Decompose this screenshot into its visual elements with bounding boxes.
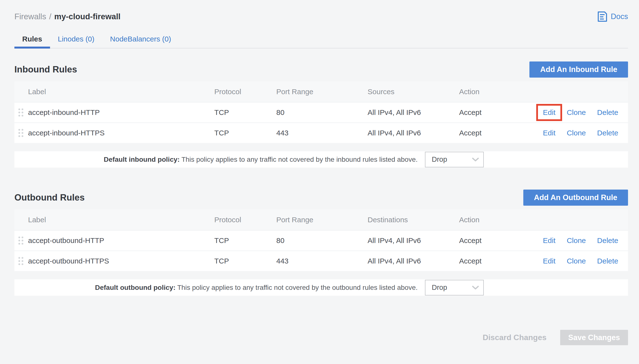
rule-sources: All IPv4, All IPv6 [368,129,459,137]
selected-policy-value: Drop [432,284,447,292]
rule-action: Accept [459,257,527,265]
outbound-table-header: Label Protocol Port Range Destinations A… [15,209,628,230]
inbound-rules-heading: Inbound Rules [15,64,77,75]
edit-link[interactable]: Edit [543,257,555,265]
breadcrumb: Firewalls / my-cloud-firewall [15,12,121,21]
column-header-label: Label [28,216,214,224]
outbound-section-header: Outbound Rules Add An Outbound Rule [15,190,628,206]
add-inbound-rule-button[interactable]: Add An Inbound Rule [529,62,628,78]
clone-link[interactable]: Clone [567,257,586,265]
delete-link[interactable]: Delete [597,236,618,245]
save-changes-button[interactable]: Save Changes [560,330,628,345]
rule-destinations: All IPv4, All IPv6 [368,236,459,245]
default-outbound-policy-text: Default outbound policy: This policy app… [15,284,418,292]
rule-port-range: 80 [276,108,368,116]
rule-port-range: 443 [276,129,368,137]
table-row: accept-inbound-HTTP TCP 80 All IPv4, All… [15,102,628,122]
clone-link[interactable]: Clone [567,236,586,245]
table-row: accept-inbound-HTTPS TCP 443 All IPv4, A… [15,122,628,143]
inbound-section-header: Inbound Rules Add An Inbound Rule [15,62,628,78]
drag-handle-icon[interactable] [18,256,28,266]
rule-label: accept-inbound-HTTP [28,108,214,116]
delete-link[interactable]: Delete [597,108,618,116]
column-header-label: Label [28,88,214,96]
breadcrumb-firewalls-link[interactable]: Firewalls [15,12,46,21]
outbound-rules-heading: Outbound Rules [15,192,85,203]
docs-link-label: Docs [611,12,628,21]
breadcrumb-separator: / [49,12,51,21]
footer-actions: Discard Changes Save Changes [15,330,628,345]
delete-link[interactable]: Delete [597,257,618,265]
drag-handle-icon[interactable] [18,128,28,138]
discard-changes-button[interactable]: Discard Changes [483,333,546,342]
delete-link[interactable]: Delete [597,129,618,137]
outbound-rules-table: Label Protocol Port Range Destinations A… [15,209,628,271]
column-header-sources: Sources [368,88,459,96]
default-outbound-policy-select[interactable]: Drop [425,280,484,296]
rule-action: Accept [459,236,527,245]
clone-link[interactable]: Clone [567,129,586,137]
page-header: Firewalls / my-cloud-firewall Docs [15,11,628,22]
highlighted-edit-wrapper: Edit [543,108,555,116]
clone-link[interactable]: Clone [567,108,586,116]
column-header-port-range: Port Range [276,88,368,96]
rule-protocol: TCP [214,236,276,245]
drag-handle-icon[interactable] [18,108,28,117]
rule-action: Accept [459,129,527,137]
rule-label: accept-outbound-HTTP [28,236,214,245]
tab-rules[interactable]: Rules [15,31,50,48]
rule-protocol: TCP [214,108,276,116]
rule-label: accept-inbound-HTTPS [28,129,214,137]
rule-sources: All IPv4, All IPv6 [368,108,459,116]
table-row: accept-outbound-HTTPS TCP 443 All IPv4, … [15,250,628,271]
column-header-port-range: Port Range [276,216,368,224]
page-title: my-cloud-firewall [54,12,120,21]
rule-action: Accept [459,108,527,116]
add-outbound-rule-button[interactable]: Add An Outbound Rule [523,190,628,206]
rule-label: accept-outbound-HTTPS [28,257,214,265]
column-header-action: Action [459,216,527,224]
edit-link[interactable]: Edit [543,129,555,137]
selected-policy-value: Drop [432,156,447,164]
column-header-protocol: Protocol [214,88,276,96]
rule-port-range: 443 [276,257,368,265]
inbound-table-header: Label Protocol Port Range Sources Action [15,81,628,102]
drag-handle-icon[interactable] [18,236,28,246]
default-inbound-policy-text: Default inbound policy: This policy appl… [15,156,418,164]
rule-port-range: 80 [276,236,368,245]
inbound-rules-table: Label Protocol Port Range Sources Action… [15,81,628,143]
column-header-protocol: Protocol [214,216,276,224]
rule-destinations: All IPv4, All IPv6 [368,257,459,265]
firewall-detail-page: Firewalls / my-cloud-firewall Docs Rules… [0,0,639,364]
edit-link[interactable]: Edit [543,108,555,116]
chevron-down-icon [472,158,479,162]
chevron-down-icon [472,286,479,290]
tab-linodes[interactable]: Linodes (0) [50,31,102,48]
tab-bar: Rules Linodes (0) NodeBalancers (0) [15,31,628,48]
default-outbound-policy-row: Default outbound policy: This policy app… [15,279,628,296]
default-inbound-policy-select[interactable]: Drop [425,152,484,167]
column-header-destinations: Destinations [368,216,459,224]
table-row: accept-outbound-HTTP TCP 80 All IPv4, Al… [15,230,628,250]
docs-link[interactable]: Docs [597,11,628,22]
rule-protocol: TCP [214,257,276,265]
edit-link[interactable]: Edit [543,236,555,245]
default-inbound-policy-row: Default inbound policy: This policy appl… [15,151,628,168]
rule-protocol: TCP [214,129,276,137]
column-header-action: Action [459,88,527,96]
tab-nodebalancers[interactable]: NodeBalancers (0) [102,31,179,48]
docs-document-icon [597,11,607,22]
